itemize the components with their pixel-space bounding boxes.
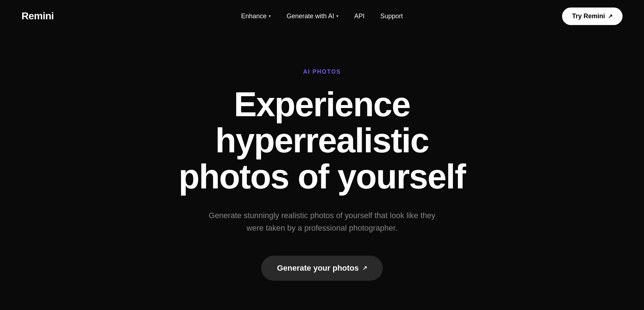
external-link-icon: ↗ xyxy=(608,13,613,20)
try-remini-button[interactable]: Try Remini ↗ xyxy=(562,8,623,25)
chevron-down-icon: ▾ xyxy=(269,14,271,19)
hero-title-line2: photos of yourself xyxy=(179,157,465,196)
header: Remini Enhance ▾ Generate with AI ▾ API … xyxy=(0,0,644,32)
nav-item-enhance[interactable]: Enhance ▾ xyxy=(235,9,277,24)
try-remini-label: Try Remini xyxy=(572,13,605,20)
nav-item-support[interactable]: Support xyxy=(374,9,409,24)
nav-support-label: Support xyxy=(380,13,403,20)
nav-item-api[interactable]: API xyxy=(348,9,371,24)
generate-photos-button[interactable]: Generate your photos ↗ xyxy=(261,256,383,281)
generate-photos-label: Generate your photos xyxy=(277,264,359,273)
logo[interactable]: Remini xyxy=(21,10,54,22)
external-link-icon-2: ↗ xyxy=(362,265,367,271)
nav-enhance-label: Enhance xyxy=(241,13,267,20)
hero-section: AI PHOTOS Experience hyperrealistic phot… xyxy=(0,32,644,310)
hero-title: Experience hyperrealistic photos of your… xyxy=(125,87,519,195)
nav-api-label: API xyxy=(354,13,365,20)
hero-subtitle: Generate stunningly realistic photos of … xyxy=(200,209,444,234)
hero-title-line1: Experience hyperrealistic xyxy=(215,85,429,159)
chevron-down-icon-2: ▾ xyxy=(336,14,338,19)
ai-badge: AI PHOTOS xyxy=(303,69,341,75)
nav-item-generate-ai[interactable]: Generate with AI ▾ xyxy=(280,9,345,24)
nav-generate-label: Generate with AI xyxy=(287,13,334,20)
main-nav: Enhance ▾ Generate with AI ▾ API Support xyxy=(235,9,409,24)
